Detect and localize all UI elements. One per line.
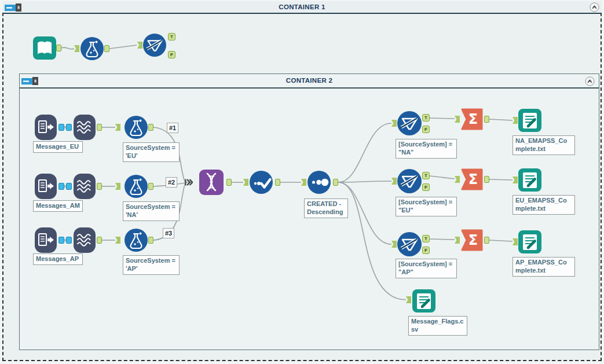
formula-tool[interactable]	[125, 175, 148, 198]
false-anchor[interactable]: F	[422, 183, 430, 191]
output-anchor[interactable]	[484, 176, 489, 183]
filter-tool[interactable]	[397, 169, 422, 193]
sort-tool[interactable]	[308, 171, 331, 194]
container-1-icon[interactable]	[5, 2, 22, 13]
annotation[interactable]: NA_EMAPSS_Complete.txt	[513, 135, 575, 155]
output-anchor[interactable]	[484, 116, 489, 123]
true-anchor[interactable]: T	[422, 172, 430, 179]
wire-label[interactable]: #2	[166, 177, 177, 187]
wire-label[interactable]: #1	[167, 123, 178, 133]
sigma-glyph: Σ	[468, 232, 478, 248]
data-stream-out-tool[interactable]	[74, 174, 96, 199]
output-data-tool[interactable]	[518, 168, 541, 192]
false-anchor[interactable]: F	[422, 247, 430, 254]
connect-indb-tool[interactable]	[35, 227, 57, 253]
output-anchor[interactable]	[104, 45, 109, 52]
unique-tool[interactable]	[250, 171, 273, 194]
container-1-title: CONTAINER 1	[2, 3, 602, 10]
true-anchor[interactable]: T	[168, 33, 175, 41]
wire-label[interactable]: #3	[163, 228, 174, 238]
connect-indb-tool[interactable]	[35, 174, 57, 199]
output-anchor[interactable]	[226, 179, 232, 186]
output-anchor[interactable]	[148, 124, 153, 131]
indb-output-anchor[interactable]	[58, 183, 64, 190]
container-1-collapse-button[interactable]	[590, 2, 599, 12]
join-multiple-tool[interactable]	[199, 170, 224, 195]
annotation[interactable]: [SourceSystem] = "NA"	[396, 139, 457, 159]
formula-tool[interactable]	[125, 116, 148, 139]
annotation[interactable]: SourceSystem = 'NA'	[123, 201, 180, 221]
workflow-canvas: CONTAINER 1 CONTAINER 2	[0, 0, 604, 364]
data-stream-out-tool[interactable]	[74, 115, 96, 140]
indb-input-anchor[interactable]	[66, 183, 72, 190]
output-anchor[interactable]	[56, 45, 61, 52]
annotation[interactable]: Message_Flags.csv	[408, 316, 467, 336]
annotation[interactable]: Messages_AM	[33, 200, 83, 212]
multi-input-icon	[185, 178, 193, 187]
summarize-tool[interactable]: Σ	[460, 108, 484, 131]
output-anchor[interactable]	[97, 124, 102, 131]
filter-tool[interactable]	[397, 232, 422, 256]
annotation[interactable]: [SourceSystem] = "EU"	[396, 197, 457, 216]
false-anchor[interactable]: F	[422, 126, 430, 133]
formula-tool[interactable]	[80, 37, 104, 60]
true-anchor[interactable]: T	[422, 114, 430, 122]
indb-input-anchor[interactable]	[66, 237, 72, 244]
output-anchor[interactable]	[275, 179, 280, 186]
indb-output-anchor[interactable]	[58, 124, 64, 131]
container-2-collapse-button[interactable]	[585, 76, 595, 86]
output-data-tool[interactable]	[518, 109, 541, 132]
output-anchor[interactable]	[484, 237, 489, 244]
annotation[interactable]: SourceSystem = 'EU'	[123, 142, 180, 162]
summarize-tool[interactable]: Σ	[460, 229, 484, 252]
output-anchor[interactable]	[97, 183, 102, 190]
sigma-glyph: Σ	[468, 171, 478, 187]
filter-tool[interactable]	[397, 111, 422, 135]
indb-output-anchor[interactable]	[58, 237, 64, 244]
output-data-tool[interactable]	[412, 289, 435, 312]
output-anchor[interactable]	[333, 179, 338, 186]
annotation[interactable]: AP_EMAPSS_Complete.txt	[513, 257, 575, 277]
container-2-icon[interactable]	[21, 76, 39, 86]
output-data-tool[interactable]	[518, 230, 541, 253]
connect-indb-tool[interactable]	[35, 115, 57, 140]
annotation[interactable]: SourceSystem = 'AP'	[123, 255, 180, 275]
formula-tool[interactable]	[125, 229, 148, 252]
false-anchor[interactable]: F	[168, 51, 175, 58]
annotation[interactable]: Messages_EU	[33, 141, 83, 153]
container-2-title: CONTAINER 2	[19, 77, 599, 84]
annotation[interactable]: Messages_AP	[33, 253, 83, 265]
summarize-tool[interactable]: Σ	[460, 168, 484, 191]
filter-tool[interactable]	[143, 34, 166, 57]
true-anchor[interactable]: T	[422, 235, 430, 242]
annotation[interactable]: [SourceSystem] = "AP"	[396, 259, 457, 278]
annotation[interactable]: EU_EMAPSS_Complete.txt	[513, 195, 575, 215]
sigma-glyph: Σ	[468, 111, 478, 127]
input-book-tool[interactable]	[33, 36, 56, 60]
output-anchor[interactable]	[97, 237, 102, 244]
annotation[interactable]: CREATED - Descending	[304, 198, 348, 218]
output-anchor[interactable]	[148, 237, 153, 244]
indb-input-anchor[interactable]	[66, 124, 72, 131]
output-anchor[interactable]	[148, 183, 153, 190]
data-stream-out-tool[interactable]	[74, 227, 96, 253]
